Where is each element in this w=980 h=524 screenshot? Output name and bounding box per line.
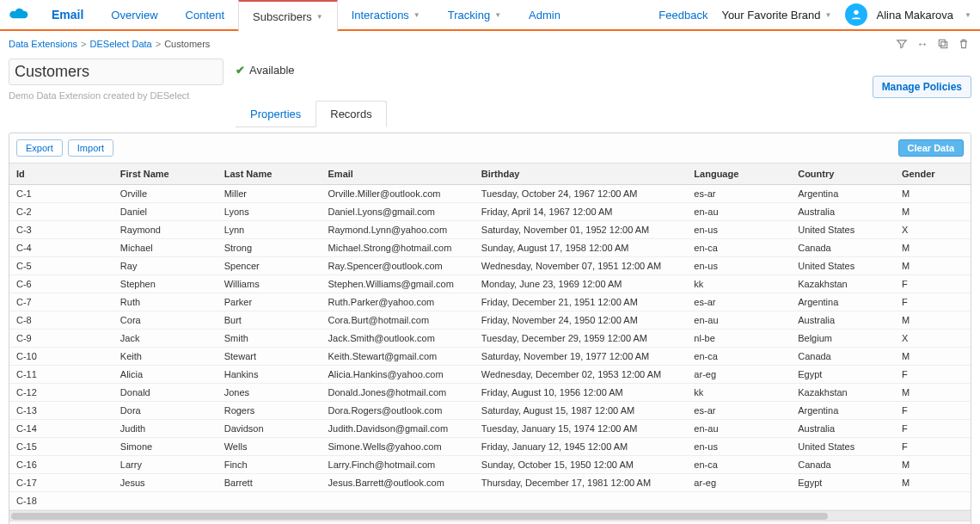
cell-co: Kazakhstan <box>791 275 895 293</box>
breadcrumb-item[interactable]: Data Extensions <box>9 39 77 49</box>
cell-em <box>322 492 475 510</box>
export-button[interactable]: Export <box>16 139 63 157</box>
table-row[interactable]: C-9JackSmithJack.Smith@outlook.comTuesda… <box>9 330 971 348</box>
cell-id: C-9 <box>9 330 113 348</box>
cell-lg: en-us <box>687 438 791 456</box>
cell-ln: Barrett <box>217 474 322 492</box>
column-header[interactable]: Language <box>687 163 791 185</box>
cell-em: Michael.Strong@hotmail.com <box>322 239 475 257</box>
table-row[interactable]: C-7RuthParkerRuth.Parker@yahoo.comFriday… <box>9 293 971 311</box>
table-row[interactable]: C-3RaymondLynnRaymond.Lynn@yahoo.comSatu… <box>9 221 971 239</box>
table-row[interactable]: C-12DonaldJonesDonald.Jones@hotmail.comF… <box>9 384 971 402</box>
table-row[interactable]: C-17JesusBarrettJesus.Barrett@outlook.co… <box>9 474 971 492</box>
description: Demo Data Extension created by DESelect <box>9 90 224 101</box>
table-row[interactable]: C-18 <box>9 492 971 510</box>
cell-ln: Davidson <box>217 420 322 438</box>
nav-tab-interactions[interactable]: Interactions▼ <box>338 0 434 30</box>
cell-co: Australia <box>791 203 895 221</box>
cell-em: Simone.Wells@yahoo.com <box>322 438 475 456</box>
cell-bd: Friday, April 14, 1967 12:00 AM <box>475 203 688 221</box>
column-header[interactable]: First Name <box>113 163 217 185</box>
table-row[interactable]: C-10KeithStewartKeith.Stewart@gmail.comS… <box>9 348 971 366</box>
status-text: Available <box>249 64 295 77</box>
clear-data-button[interactable]: Clear Data <box>898 139 964 157</box>
column-header[interactable]: Last Name <box>217 163 322 185</box>
import-button[interactable]: Import <box>68 139 113 157</box>
cell-gn: F <box>895 438 971 456</box>
cell-bd: Tuesday, October 24, 1967 12:00 AM <box>475 185 688 203</box>
cell-gn: M <box>895 311 971 330</box>
cell-lg: ar-eg <box>687 366 791 384</box>
breadcrumb-item[interactable]: DESelect Data <box>90 39 152 49</box>
cell-ln: Lyons <box>217 203 322 221</box>
cell-em: Ray.Spencer@outlook.com <box>322 257 475 275</box>
feedback-link[interactable]: Feedback <box>653 9 713 22</box>
table-row[interactable]: C-6StephenWilliamsStephen.Williams@gmail… <box>9 275 971 293</box>
avatar[interactable] <box>845 3 867 26</box>
user-name[interactable]: Alina Makarova <box>876 9 953 22</box>
table-row[interactable]: C-11AliciaHankinsAlicia.Hankins@yahoo.co… <box>9 366 971 384</box>
svg-point-0 <box>854 10 859 15</box>
nav-tab-label: Overview <box>111 9 157 22</box>
cell-co: Argentina <box>791 293 895 311</box>
column-header[interactable]: Birthday <box>475 163 688 185</box>
cell-em: Stephen.Williams@gmail.com <box>322 275 475 293</box>
nav-tab-admin[interactable]: Admin <box>515 0 574 30</box>
cell-bd: Sunday, August 17, 1958 12:00 AM <box>475 239 688 257</box>
trash-icon[interactable] <box>956 36 971 52</box>
breadcrumb: Data Extensions>DESelect Data>Customers … <box>0 31 980 55</box>
cell-co: Belgium <box>791 330 895 348</box>
cell-fn: Stephen <box>113 275 217 293</box>
cell-gn: X <box>895 221 971 239</box>
table-row[interactable]: C-5RaySpencerRay.Spencer@outlook.comWedn… <box>9 257 971 275</box>
table-row[interactable]: C-15SimoneWellsSimone.Wells@yahoo.comFri… <box>9 438 971 456</box>
manage-policies-button[interactable]: Manage Policies <box>873 76 971 98</box>
cell-co: Egypt <box>791 474 895 492</box>
title-input[interactable] <box>9 59 224 85</box>
table-row[interactable]: C-8CoraBurtCora.Burt@hotmail.comFriday, … <box>9 311 971 330</box>
check-icon: ✔ <box>236 64 245 77</box>
top-nav: Email OverviewContentSubscribers▼Interac… <box>0 0 980 31</box>
column-header[interactable]: Id <box>9 163 113 185</box>
table-row[interactable]: C-13DoraRogersDora.Rogers@outlook.comSat… <box>9 402 971 420</box>
horizontal-scrollbar[interactable] <box>9 510 971 521</box>
table-row[interactable]: C-1OrvilleMillerOrville.Miller@outlook.c… <box>9 185 971 203</box>
nav-tab-label: Subscribers <box>253 10 312 23</box>
column-header[interactable]: Country <box>791 163 895 185</box>
move-icon[interactable]: ↔ <box>915 36 930 52</box>
cell-id: C-1 <box>9 185 113 203</box>
cell-ln: Strong <box>217 239 322 257</box>
nav-tab-content[interactable]: Content <box>172 0 239 30</box>
subtab-properties[interactable]: Properties <box>236 101 315 126</box>
table-row[interactable]: C-14JudithDavidsonJudith.Davidson@gmail.… <box>9 420 971 438</box>
cell-fn <box>113 492 217 510</box>
column-header[interactable]: Gender <box>895 163 971 185</box>
cell-ln: Rogers <box>217 402 322 420</box>
cell-lg <box>687 492 791 510</box>
account-switcher[interactable]: Your Favorite Brand ▼ <box>721 9 831 22</box>
cell-fn: Jesus <box>113 474 217 492</box>
nav-tab-overview[interactable]: Overview <box>97 0 171 30</box>
column-header[interactable]: Email <box>322 163 475 185</box>
cell-id: C-10 <box>9 348 113 366</box>
nav-tab-tracking[interactable]: Tracking▼ <box>434 0 515 30</box>
cell-gn: X <box>895 330 971 348</box>
chevron-down-icon: ▼ <box>494 11 501 19</box>
table-row[interactable]: C-2DanielLyonsDaniel.Lyons@gmail.comFrid… <box>9 203 971 221</box>
cell-co: Canada <box>791 239 895 257</box>
table-scroll[interactable]: IdFirst NameLast NameEmailBirthdayLangua… <box>9 163 971 510</box>
svg-rect-1 <box>941 42 947 48</box>
nav-tab-subscribers[interactable]: Subscribers▼ <box>238 0 338 32</box>
filter-icon[interactable] <box>894 36 910 52</box>
subtab-records[interactable]: Records <box>315 101 386 127</box>
cell-em: Keith.Stewart@gmail.com <box>322 348 475 366</box>
table-row[interactable]: C-16LarryFinchLarry.Finch@hotmail.comSun… <box>9 456 971 474</box>
cell-bd <box>475 492 688 510</box>
cell-lg: en-ca <box>687 239 791 257</box>
cell-lg: en-us <box>687 221 791 239</box>
svg-rect-2 <box>939 40 945 46</box>
copy-icon[interactable] <box>935 36 951 52</box>
cell-fn: Keith <box>113 348 217 366</box>
panel-toolbar: Export Import Clear Data <box>9 133 971 163</box>
table-row[interactable]: C-4MichaelStrongMichael.Strong@hotmail.c… <box>9 239 971 257</box>
